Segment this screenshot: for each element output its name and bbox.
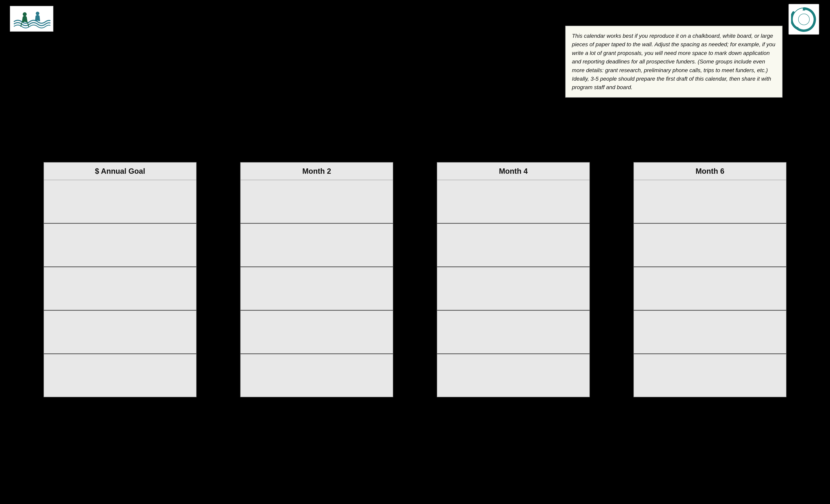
info-box: This calendar works best if you reproduc…	[565, 26, 783, 98]
cell-annual-goal-1	[43, 180, 197, 223]
column-header-annual-goal: $ Annual Goal	[43, 162, 197, 180]
cell-month-4-3	[437, 267, 590, 310]
svg-line-2	[28, 23, 29, 27]
grid-area: $ Annual GoalMonth 2Month 4Month 6	[43, 162, 787, 397]
svg-point-8	[798, 14, 809, 25]
logo-right	[789, 4, 820, 36]
cell-month-4-4	[437, 310, 590, 354]
cell-month-2-4	[240, 310, 393, 354]
cell-month-6-2	[633, 223, 787, 267]
cell-annual-goal-3	[43, 267, 197, 310]
cell-annual-goal-2	[43, 223, 197, 267]
cell-month-4-2	[437, 223, 590, 267]
cell-month-6-4	[633, 310, 787, 354]
column-header-month-2: Month 2	[240, 162, 393, 180]
cell-month-2-1	[240, 180, 393, 223]
cell-month-6-3	[633, 267, 787, 310]
column-header-month-4: Month 4	[437, 162, 590, 180]
logo-left	[10, 6, 53, 32]
column-month-2: Month 2	[240, 162, 393, 397]
cell-month-2-3	[240, 267, 393, 310]
right-logo-svg	[791, 6, 817, 32]
svg-point-3	[36, 12, 39, 15]
info-text: This calendar works best if you reproduc…	[572, 32, 776, 92]
column-month-4: Month 4	[437, 162, 590, 397]
cell-month-6-1	[633, 180, 787, 223]
column-month-6: Month 6	[633, 162, 787, 397]
svg-point-0	[23, 12, 27, 16]
cell-month-4-5	[437, 354, 590, 397]
cell-month-4-1	[437, 180, 590, 223]
cell-annual-goal-4	[43, 310, 197, 354]
cell-month-6-5	[633, 354, 787, 397]
cell-month-2-5	[240, 354, 393, 397]
cell-annual-goal-5	[43, 354, 197, 397]
cell-month-2-2	[240, 223, 393, 267]
left-logo-svg	[12, 8, 52, 30]
column-annual-goal: $ Annual Goal	[43, 162, 197, 397]
column-header-month-6: Month 6	[633, 162, 787, 180]
